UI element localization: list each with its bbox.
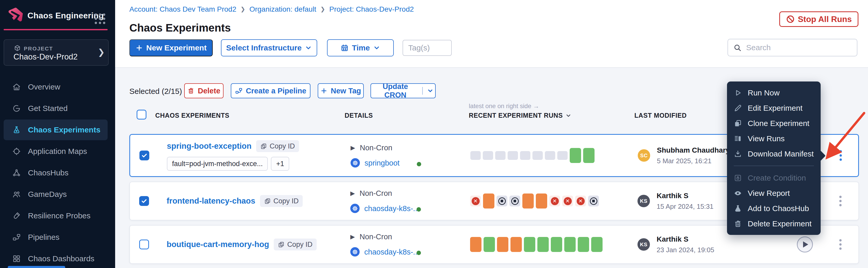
sidebar-scroll-hint [8, 266, 65, 268]
run-status-warning[interactable] [497, 237, 508, 252]
update-cron-button[interactable]: Update CRON [371, 83, 436, 98]
create-pipeline-button[interactable]: Create a Pipeline [231, 83, 310, 98]
sidebar-item-application-maps[interactable]: Application Maps [4, 141, 107, 162]
run-status-stopped[interactable] [509, 196, 520, 206]
copy-icon [260, 143, 267, 150]
row-options-menu-button[interactable] [837, 148, 844, 163]
column-header-details: DETAILS [345, 112, 373, 119]
sidebar-item-overview[interactable]: Overview [4, 77, 107, 97]
select-infrastructure-label: Select Infrastructure [226, 43, 302, 52]
copy-id-button[interactable]: Copy ID [260, 195, 303, 207]
menu-item-label: Delete Experiment [748, 219, 812, 228]
modified-by-name: Karthik S [657, 235, 714, 243]
lock-icon [734, 174, 742, 182]
dashboard-icon [12, 254, 21, 263]
kubernetes-icon: ☸ [350, 204, 360, 213]
run-status-failed[interactable]: ✕ [549, 196, 560, 206]
page-title: Chaos Experiments [129, 22, 231, 34]
selected-count-label: Selected (2/15) [129, 87, 182, 96]
chevron-down-icon [373, 44, 380, 52]
run-status-stopped[interactable] [496, 196, 507, 206]
run-status-warning[interactable] [483, 193, 494, 209]
row-checkbox[interactable] [140, 151, 149, 160]
run-status-passed[interactable] [570, 148, 581, 163]
run-status-failed[interactable]: ✕ [562, 196, 573, 206]
menu-item-view-report[interactable]: View Report [727, 185, 820, 201]
module-grid-icon[interactable] [95, 13, 105, 24]
menu-item-delete-experiment[interactable]: Delete Experiment [727, 216, 820, 231]
run-status-passed[interactable] [591, 237, 602, 252]
menu-item-download-manifest[interactable]: Download Manifest [727, 146, 820, 161]
sidebar-item-chaoshubs[interactable]: ChaosHubs [4, 162, 107, 183]
experiment-name-cell: spring-boot-exception Copy ID fault=pod-… [167, 140, 299, 171]
pipeline-icon [12, 233, 21, 242]
breadcrumb-project[interactable]: Project: Chaos-Dev-Prod2 [329, 5, 414, 13]
sidebar-item-label: Pipelines [28, 233, 60, 242]
new-experiment-button[interactable]: New Experiment [129, 39, 213, 56]
row-checkbox[interactable] [139, 196, 149, 206]
breadcrumb-account[interactable]: Account: Chaos Dev Team Prod2 [129, 5, 236, 13]
infrastructure-link[interactable]: chaosday-k8s-... [364, 204, 420, 213]
sidebar-item-chaos-dashboards[interactable]: Chaos Dashboards [4, 248, 107, 268]
last-modified-cell: Karthik S 23 Jan 2024, 19:05 [657, 235, 714, 254]
infrastructure-link[interactable]: chaosday-k8s-... [364, 247, 420, 256]
run-status-warning[interactable] [510, 237, 522, 252]
run-status-passed[interactable] [583, 148, 594, 163]
experiment-name-link[interactable]: spring-boot-exception [167, 142, 251, 151]
copy-id-button[interactable]: Copy ID [274, 239, 317, 250]
menu-item-run-now[interactable]: Run Now [727, 85, 820, 100]
run-status-empty [495, 151, 505, 160]
menu-item-clone-experiment[interactable]: Clone Experiment [727, 116, 820, 131]
copy-icon [278, 241, 285, 248]
run-status-failed[interactable]: ✕ [470, 196, 481, 206]
trash-icon [734, 220, 742, 228]
select-all-checkbox[interactable] [136, 110, 147, 120]
run-status-passed[interactable] [578, 237, 589, 252]
run-status-passed[interactable] [484, 237, 495, 252]
run-status-passed[interactable] [564, 237, 576, 252]
run-status-warning[interactable] [470, 237, 482, 252]
project-selector[interactable]: PROJECT Chaos-Dev-Prod2 ❯ [4, 39, 108, 66]
menu-item-view-runs[interactable]: View Runs [727, 131, 820, 146]
modified-date: 23 Jan 2024, 19:05 [657, 246, 714, 254]
new-tag-label: New Tag [331, 87, 361, 95]
delete-selected-button[interactable]: Delete [184, 83, 223, 98]
sidebar-item-label: Overview [28, 83, 60, 91]
tags-filter-input[interactable] [403, 40, 452, 56]
menu-item-add-to-chaoshub[interactable]: Add to ChaosHub [727, 201, 820, 216]
select-infrastructure-dropdown[interactable]: Select Infrastructure [221, 39, 317, 56]
app-title: Chaos Engineering [27, 11, 104, 21]
sidebar-item-gamedays[interactable]: GameDays [4, 184, 107, 205]
time-filter-dropdown[interactable]: Time [327, 39, 394, 56]
download-icon [734, 150, 742, 158]
sidebar-item-resilience-probes[interactable]: Resilience Probes [4, 205, 107, 226]
run-experiment-play-button[interactable] [797, 236, 813, 252]
run-status-passed[interactable] [551, 237, 562, 252]
experiment-name-link[interactable]: boutique-cart-memory-hog [166, 240, 269, 249]
run-status-failed[interactable]: ✕ [575, 196, 586, 206]
menu-item-edit-experiment[interactable]: Edit Experiment [727, 100, 820, 116]
run-status-stopped[interactable] [588, 196, 599, 206]
row-options-menu-button[interactable] [837, 237, 844, 252]
stop-all-runs-button[interactable]: Stop All Runs [779, 11, 859, 27]
sidebar-item-get-started[interactable]: Get Started [4, 98, 107, 119]
run-status-warning[interactable] [522, 193, 534, 209]
run-status-warning[interactable] [536, 193, 547, 209]
copy-id-button[interactable]: Copy ID [256, 140, 299, 152]
breadcrumb-organization[interactable]: Organization: default [249, 5, 316, 13]
infrastructure-link[interactable]: springboot [365, 158, 399, 167]
sidebar-item-chaos-experiments[interactable]: Chaos Experiments [4, 120, 107, 140]
row-options-menu-button[interactable] [837, 193, 844, 209]
new-tag-button[interactable]: New Tag [318, 83, 364, 98]
column-header-recent-runs[interactable]: RECENT EXPERIMENT RUNS [469, 112, 571, 119]
run-status-passed[interactable] [537, 237, 549, 252]
sidebar-item-pipelines[interactable]: Pipelines [4, 227, 107, 247]
button-divider [422, 87, 423, 95]
menu-item-label: Edit Experiment [748, 104, 803, 113]
row-checkbox[interactable] [139, 240, 149, 249]
search-input[interactable] [746, 43, 852, 52]
run-status-passed[interactable] [524, 237, 535, 252]
recent-runs-cell [470, 148, 594, 163]
experiment-name-link[interactable]: frontend-latency-chaos [166, 196, 255, 206]
infra-active-dot [416, 251, 421, 255]
